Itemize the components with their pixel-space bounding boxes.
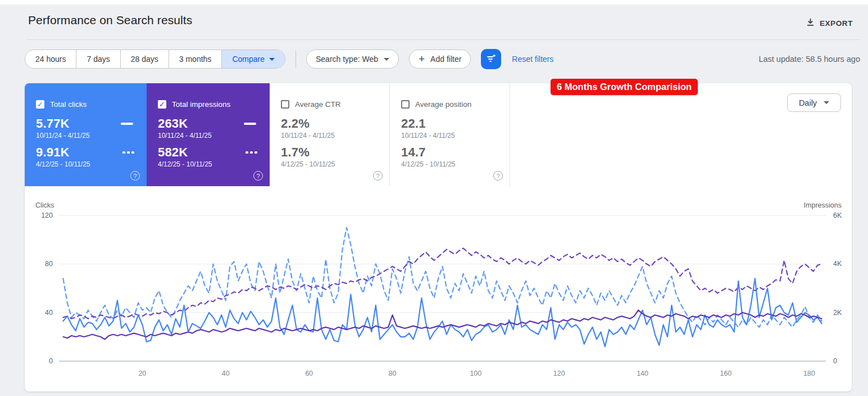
- date-range: 10/11/24 - 4/11/25: [281, 132, 379, 140]
- svg-text:2K: 2K: [833, 309, 842, 317]
- svg-text:40: 40: [222, 370, 230, 377]
- plus-icon: +: [419, 53, 425, 64]
- svg-text:0: 0: [833, 357, 837, 365]
- toolbar-separator: [296, 51, 296, 68]
- date-range: 4/12/25 - 10/11/25: [158, 160, 260, 168]
- tab-7-days[interactable]: 7 days: [76, 50, 120, 68]
- checkbox-total-impressions[interactable]: ✓: [158, 100, 166, 109]
- reset-filters-link[interactable]: Reset filters: [512, 55, 553, 64]
- metric-value: 1.7%: [281, 145, 310, 160]
- checkbox-total-clicks[interactable]: ✓: [36, 100, 44, 109]
- date-range: 10/11/24 - 4/11/25: [401, 132, 499, 140]
- search-type-label: Search type: Web: [316, 55, 378, 64]
- date-range: 10/11/24 - 4/11/25: [158, 132, 260, 140]
- date-range: 4/12/25 - 10/11/25: [36, 160, 137, 168]
- help-icon[interactable]: ?: [373, 171, 383, 181]
- metric-card-total-impressions[interactable]: ✓ Total impressions 263K 10/11/24 - 4/11…: [147, 83, 270, 186]
- export-button[interactable]: EXPORT: [801, 15, 858, 32]
- svg-text:80: 80: [45, 260, 53, 268]
- tab-compare[interactable]: Compare: [222, 50, 285, 68]
- svg-text:120: 120: [41, 212, 53, 219]
- metric-value: 5.77K: [36, 116, 70, 131]
- svg-text:120: 120: [553, 370, 565, 377]
- granularity-dropdown[interactable]: Daily: [787, 93, 841, 112]
- svg-text:100: 100: [470, 370, 481, 377]
- svg-text:40: 40: [45, 309, 53, 317]
- annotation-badge: 6 Months Growth Comparision: [551, 79, 698, 95]
- search-type-dropdown[interactable]: Search type: Web: [306, 50, 399, 69]
- help-icon[interactable]: ?: [493, 171, 503, 181]
- metric-value: 9.91K: [36, 145, 70, 160]
- date-range: 4/12/25 - 10/11/25: [401, 160, 499, 168]
- chevron-down-icon: [824, 101, 829, 104]
- date-range-tabs: 24 hours 7 days 28 days 3 months Compare: [25, 50, 285, 69]
- card-label: Average position: [415, 100, 471, 109]
- svg-text:6K: 6K: [833, 212, 842, 219]
- card-label: Average CTR: [295, 100, 341, 109]
- svg-text:60: 60: [305, 370, 313, 377]
- chevron-down-icon: [384, 58, 389, 61]
- svg-text:80: 80: [389, 370, 397, 377]
- right-axis-title: Impressions: [804, 201, 842, 209]
- metric-value: 582K: [158, 145, 188, 160]
- solid-line-marker: [244, 123, 256, 125]
- checkbox-average-ctr[interactable]: [281, 100, 289, 109]
- svg-text:4K: 4K: [833, 260, 842, 268]
- metric-card-total-clicks[interactable]: ✓ Total clicks 5.77K 10/11/24 - 4/11/25 …: [25, 83, 147, 186]
- check-icon: ✓: [37, 101, 43, 108]
- help-icon[interactable]: ?: [253, 171, 263, 181]
- tab-28-days[interactable]: 28 days: [121, 50, 169, 68]
- svg-text:140: 140: [637, 370, 648, 377]
- page-title: Performance on Search results: [28, 14, 192, 27]
- filter-toolbar: 24 hours 7 days 28 days 3 months Compare…: [25, 50, 860, 69]
- checkbox-average-position[interactable]: [401, 100, 410, 109]
- dotted-line-marker: [122, 151, 134, 154]
- svg-text:20: 20: [138, 370, 146, 377]
- top-strip: [0, 0, 868, 4]
- metric-cards: ✓ Total clicks 5.77K 10/11/24 - 4/11/25 …: [25, 83, 510, 186]
- add-filter-label: Add filter: [430, 55, 461, 64]
- metric-card-average-position[interactable]: Average position 22.1 10/11/24 - 4/11/25…: [390, 83, 510, 186]
- date-range: 4/12/25 - 10/11/25: [281, 160, 379, 168]
- card-label: Total impressions: [172, 100, 230, 109]
- svg-text:180: 180: [803, 370, 815, 377]
- filter-sparkle-button[interactable]: [481, 49, 501, 69]
- chevron-down-icon: [269, 58, 275, 61]
- add-filter-button[interactable]: + Add filter: [409, 50, 471, 69]
- last-update: Last update: 58.5 hours ago: [758, 55, 860, 64]
- card-label: Total clicks: [50, 100, 87, 109]
- left-axis-title: Clicks: [35, 201, 54, 209]
- metric-value: 263K: [158, 116, 188, 131]
- download-icon: [806, 18, 815, 28]
- header-divider: [26, 39, 860, 40]
- metric-value: 2.2%: [281, 116, 310, 131]
- dotted-line-marker: [246, 151, 257, 154]
- metric-value: 14.7: [401, 145, 426, 160]
- tab-24-hours[interactable]: 24 hours: [25, 50, 76, 68]
- metric-card-average-ctr[interactable]: Average CTR 2.2% 10/11/24 - 4/11/25 1.7%…: [270, 83, 390, 186]
- svg-text:160: 160: [720, 370, 732, 377]
- export-label: EXPORT: [820, 19, 853, 28]
- solid-line-marker: [121, 123, 133, 125]
- help-icon[interactable]: ?: [130, 171, 140, 181]
- header: Performance on Search results EXPORT: [0, 4, 868, 39]
- check-icon: ✓: [159, 101, 165, 108]
- performance-chart[interactable]: 0408012002K4K6K20406080100120140160180: [25, 210, 852, 381]
- metric-value: 22.1: [401, 116, 426, 131]
- date-range: 10/11/24 - 4/11/25: [36, 132, 137, 140]
- tab-3-months[interactable]: 3 months: [169, 50, 222, 68]
- performance-panel: ✓ Total clicks 5.77K 10/11/24 - 4/11/25 …: [25, 83, 852, 392]
- filter-sparkle-icon: [485, 53, 497, 65]
- compare-label: Compare: [232, 55, 265, 64]
- granularity-label: Daily: [799, 98, 817, 107]
- svg-text:0: 0: [49, 357, 53, 365]
